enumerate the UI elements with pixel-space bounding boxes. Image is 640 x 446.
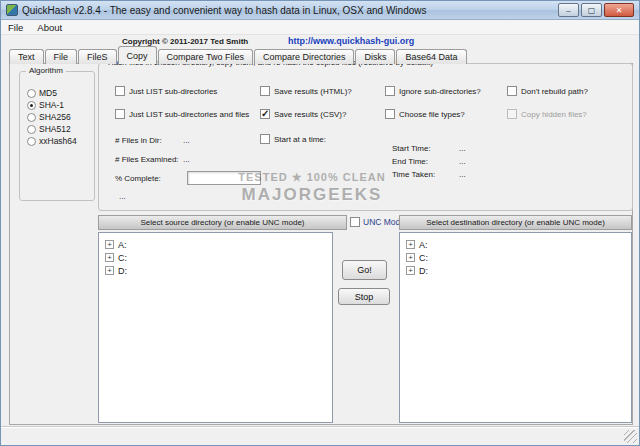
time-taken-value: ...	[459, 170, 466, 179]
algorithm-group-title: Algorithm	[26, 66, 66, 75]
checkbox-icon	[385, 109, 395, 119]
radio-icon	[27, 137, 36, 146]
status-bar	[1, 426, 639, 445]
time-taken-label: Time Taken:	[392, 170, 435, 179]
tree-item-drive-c[interactable]: C:	[406, 252, 428, 263]
progress-bar	[187, 171, 261, 185]
expand-icon[interactable]	[105, 253, 114, 262]
checkbox-icon	[385, 86, 395, 96]
checkbox-choose-file-types[interactable]: Choose file types?	[385, 109, 465, 119]
destination-directory-tree[interactable]: A: C: D:	[399, 232, 632, 423]
radio-label: SHA512	[39, 124, 71, 134]
expand-icon[interactable]	[105, 240, 114, 249]
tree-item-label: A:	[419, 240, 428, 250]
tab-disks[interactable]: Disks	[355, 49, 395, 64]
checkbox-label: Copy hidden files?	[521, 110, 587, 119]
expand-icon[interactable]	[406, 266, 415, 275]
end-time-value: ...	[459, 157, 466, 166]
go-button[interactable]: Go!	[342, 260, 387, 280]
tab-copy[interactable]: Copy	[118, 46, 157, 64]
checkbox-label: Save results (CSV)?	[274, 110, 346, 119]
checkbox-just-list-subdirs-files[interactable]: Just LIST sub-directories and files	[115, 109, 249, 119]
minimize-icon[interactable]	[558, 3, 579, 17]
maximize-icon[interactable]	[581, 3, 602, 17]
expand-icon[interactable]	[406, 240, 415, 249]
tree-item-drive-d[interactable]: D:	[105, 265, 127, 276]
radio-sha1[interactable]: SHA-1	[27, 100, 64, 110]
copyright-text: Copyright © 2011-2017 Ted Smith	[122, 37, 248, 46]
radio-sha512[interactable]: SHA512	[27, 124, 71, 134]
checkbox-icon	[260, 86, 270, 96]
checkbox-save-csv[interactable]: Save results (CSV)?	[260, 109, 346, 119]
menu-about[interactable]: About	[30, 21, 69, 34]
resize-grip[interactable]	[624, 430, 637, 443]
title-bar[interactable]: QuickHash v2.8.4 - The easy and convenie…	[1, 1, 639, 20]
radio-label: MD5	[39, 88, 57, 98]
checkbox-checked-icon	[260, 109, 270, 119]
source-directory-tree[interactable]: A: C: D:	[98, 232, 333, 423]
window-title: QuickHash v2.8.4 - The easy and convenie…	[22, 5, 427, 16]
radio-sha256[interactable]: SHA256	[27, 112, 71, 122]
files-in-dir-value: ...	[183, 136, 190, 145]
checkbox-label: Choose file types?	[399, 110, 465, 119]
radio-icon	[27, 113, 36, 122]
checkbox-icon	[115, 86, 125, 96]
caption-buttons	[558, 3, 634, 17]
algorithm-group: Algorithm MD5 SHA-1 SHA256 SHA512 xxHash…	[19, 71, 95, 201]
start-time-value: ...	[459, 144, 466, 153]
checkbox-dont-rebuild-path[interactable]: Don't rebuild path?	[507, 86, 588, 96]
stop-button[interactable]: Stop	[338, 288, 390, 305]
files-in-dir-label: # Files in Dir:	[115, 136, 162, 145]
checkbox-disabled-icon	[507, 109, 517, 119]
start-time-label: Start Time:	[392, 144, 431, 153]
checkbox-label: Save results (HTML)?	[274, 87, 352, 96]
radio-label: SHA-1	[39, 100, 64, 110]
tab-file[interactable]: File	[45, 49, 78, 64]
percent-complete-value: ...	[119, 192, 126, 201]
source-directory-header: Select source directory (or enable UNC m…	[98, 215, 347, 230]
website-link[interactable]: http://www.quickhash-gui.org	[288, 36, 414, 46]
tree-item-drive-d[interactable]: D:	[406, 265, 428, 276]
radio-xxhash64[interactable]: xxHash64	[27, 136, 77, 146]
app-icon	[6, 4, 18, 16]
radio-md5[interactable]: MD5	[27, 88, 57, 98]
tree-item-label: A:	[118, 240, 127, 250]
percent-complete-label: % Complete:	[115, 174, 161, 183]
menu-file[interactable]: File	[1, 21, 30, 34]
radio-label: xxHash64	[39, 136, 77, 146]
checkbox-copy-hidden-files: Copy hidden files?	[507, 109, 587, 119]
files-examined-value: ...	[183, 155, 190, 164]
checkbox-label: Just LIST sub-directories and files	[129, 110, 249, 119]
copy-options-group: Hash files in chosen directory, copy the…	[98, 63, 633, 211]
checkbox-save-html[interactable]: Save results (HTML)?	[260, 86, 352, 96]
checkbox-start-at-time[interactable]: Start at a time:	[260, 134, 326, 144]
tab-base64-data[interactable]: Base64 Data	[396, 49, 466, 64]
radio-selected-icon	[27, 101, 36, 110]
tree-item-drive-c[interactable]: C:	[105, 252, 127, 263]
menu-bar: File About	[1, 20, 639, 35]
tree-item-label: C:	[118, 253, 127, 263]
checkbox-icon	[350, 217, 360, 227]
tab-text[interactable]: Text	[9, 49, 44, 64]
checkbox-just-list-subdirs[interactable]: Just LIST sub-directories	[115, 86, 217, 96]
checkbox-ignore-subdirs[interactable]: Ignore sub-directories?	[385, 86, 481, 96]
checkbox-label: Don't rebuild path?	[521, 87, 588, 96]
checkbox-icon	[115, 109, 125, 119]
tab-compare-directories[interactable]: Compare Directories	[254, 49, 355, 64]
checkbox-icon	[507, 86, 517, 96]
app-window: QuickHash v2.8.4 - The easy and convenie…	[0, 0, 640, 446]
tree-item-label: C:	[419, 253, 428, 263]
checkbox-label: Ignore sub-directories?	[399, 87, 481, 96]
tab-compare-two-files[interactable]: Compare Two Files	[158, 49, 253, 64]
expand-icon[interactable]	[406, 253, 415, 262]
files-examined-label: # Files Examined:	[115, 155, 179, 164]
tree-item-drive-a[interactable]: A:	[406, 239, 428, 250]
radio-label: SHA256	[39, 112, 71, 122]
tree-item-label: D:	[118, 266, 127, 276]
tree-item-drive-a[interactable]: A:	[105, 239, 127, 250]
radio-icon	[27, 89, 36, 98]
close-icon[interactable]	[604, 3, 634, 17]
checkbox-label: Start at a time:	[274, 135, 326, 144]
expand-icon[interactable]	[105, 266, 114, 275]
tab-files[interactable]: FileS	[78, 49, 117, 64]
